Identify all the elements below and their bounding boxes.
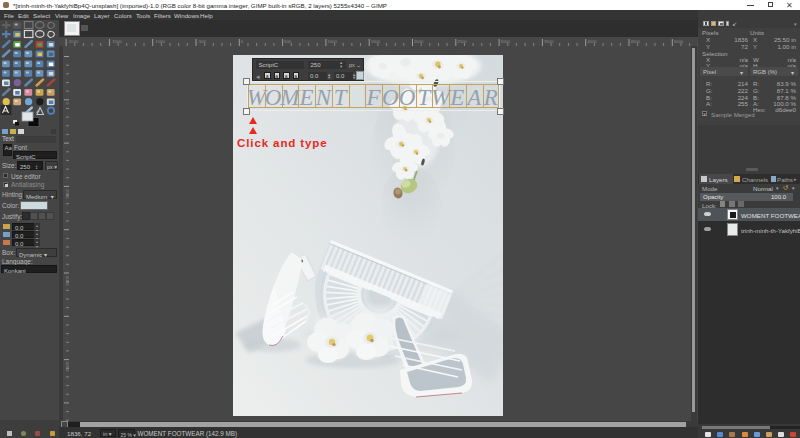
svg-text:1000: 1000: [327, 39, 337, 44]
svg-text:2500: 2500: [457, 39, 467, 44]
svg-text:2000: 2000: [414, 39, 424, 44]
svg-text:5000: 5000: [674, 39, 684, 44]
svg-text:-1000: -1000: [154, 39, 165, 44]
svg-text:1500: 1500: [371, 39, 381, 44]
svg-text:-1500: -1500: [111, 39, 122, 44]
svg-text:3500: 3500: [544, 39, 554, 44]
svg-text:4000: 4000: [587, 39, 597, 44]
svg-text:-500: -500: [198, 39, 207, 44]
svg-text:500: 500: [284, 39, 292, 44]
svg-text:4500: 4500: [631, 39, 641, 44]
svg-text:3000: 3000: [501, 39, 511, 44]
svg-text:-2000: -2000: [68, 39, 79, 44]
